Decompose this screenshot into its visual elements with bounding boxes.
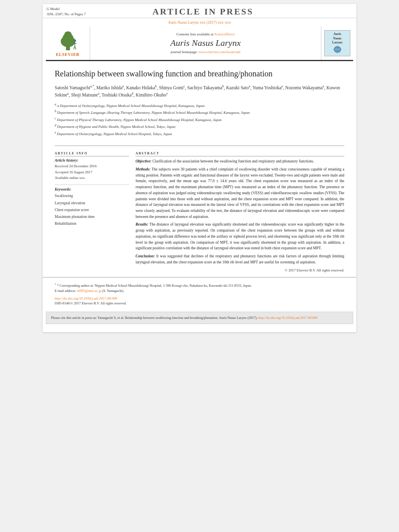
- top-bar: G ModelANL-2347; No. of Pages 7 ARTICLE …: [43, 4, 356, 18]
- abstract-methods: Methods: The subjects were 30 patients w…: [136, 166, 344, 220]
- homepage-text: journal homepage: www.elsevier.com/locat…: [171, 50, 240, 54]
- keywords-block: Keywords: Swallowing Laryngeal elevation…: [55, 187, 129, 227]
- article-info-heading: ARTICLE INFO: [55, 152, 129, 156]
- article-page: G ModelANL-2347; No. of Pages 7 ARTICLE …: [43, 4, 356, 332]
- doi-footer-link[interactable]: http://dx.doi.org/10.1016/j.anl.2017.08.…: [55, 296, 117, 300]
- citation-doi-link[interactable]: http://dx.doi.org/10.1016/j.anl.2017.08.…: [258, 316, 317, 320]
- abstract-conclusion: Conclusion: It was suggested that declin…: [136, 253, 344, 265]
- keyword-mpt: Maximum phonation time: [55, 214, 129, 220]
- journal-name: Auris Nasus Larynx: [171, 38, 241, 48]
- article-title-section: Relationship between swallowing function…: [43, 61, 356, 142]
- footer-section: * * Corresponding author at: Nippon Medi…: [43, 277, 356, 307]
- g-model-text: G ModelANL-2347; No. of Pages 7: [47, 6, 86, 16]
- journal-logo-box: Auris Nasus Larynx: [324, 30, 350, 56]
- article-in-press-label: ARTICLE IN PRESS: [86, 6, 320, 17]
- email-link[interactable]: s6095@nms.ac.jp: [77, 289, 101, 293]
- keyword-laryngeal: Laryngeal elevation: [55, 200, 129, 207]
- authors-list: Satoshi Yamaguchia,*, Mariko Ishidaa, Ka…: [55, 84, 344, 99]
- available-online: Available online xxx: [55, 175, 129, 181]
- sciencedirect-text: Contents lists available at ScienceDirec…: [177, 32, 235, 36]
- doi-footer: http://dx.doi.org/10.1016/j.anl.2017.08.…: [55, 296, 344, 300]
- elsevier-brand-label: ELSEVIER: [56, 52, 80, 57]
- svg-point-9: [334, 46, 341, 53]
- keywords-list: Swallowing Laryngeal elevation Chest exp…: [55, 193, 129, 227]
- elsevier-tree-icon: [54, 29, 82, 51]
- svg-point-4: [74, 39, 76, 42]
- svg-line-7: [74, 46, 75, 49]
- keyword-swallowing: Swallowing: [55, 193, 129, 199]
- citation-box: Please cite this article in press as: Ya…: [46, 312, 353, 324]
- journal-center: Contents lists available at ScienceDirec…: [90, 26, 321, 60]
- section-divider: [55, 146, 344, 146]
- received-date: Received 24 December 2016: [55, 163, 129, 169]
- journal-logo-right: Auris Nasus Larynx: [321, 26, 353, 60]
- abstract-objective: Objective: Clarification of the associat…: [136, 158, 344, 164]
- sciencedirect-link[interactable]: ScienceDirect: [214, 32, 234, 36]
- affiliation-b: b Department of Speech–Language–Hearing …: [55, 109, 344, 116]
- right-column: ABSTRACT Objective: Clarification of the…: [136, 152, 344, 273]
- article-title: Relationship between swallowing function…: [55, 68, 344, 79]
- two-column-section: ARTICLE INFO Article history: Received 2…: [43, 149, 356, 273]
- article-history-block: Article history: Received 24 December 20…: [55, 158, 129, 181]
- keywords-label: Keywords:: [55, 187, 129, 191]
- elsevier-logo-left: ELSEVIER: [46, 26, 90, 60]
- affiliation-e: e Department of Otolaryngology, Nippon M…: [55, 130, 344, 137]
- rights-text: 0385-8146/© 2017 Elsevier B.V. All right…: [55, 301, 344, 305]
- doi-top-link[interactable]: Auris Nasus Larynx xxx (2017) xxx–xxx: [43, 19, 356, 25]
- left-column: ARTICLE INFO Article history: Received 2…: [55, 152, 129, 273]
- svg-line-8: [75, 46, 76, 49]
- abstract-heading: ABSTRACT: [136, 152, 344, 156]
- affiliation-d: d Department of Hygiene and Public Healt…: [55, 123, 344, 130]
- affiliation-a: a a Department of Otolaryngology, Nippon…: [55, 102, 344, 109]
- homepage-url[interactable]: www.elsevier.com/locate/anl: [199, 50, 241, 54]
- affiliation-c: c Department of Physical Therapy Laborat…: [55, 116, 344, 123]
- journal-header: ELSEVIER Contents lists available at Sci…: [46, 26, 353, 61]
- accepted-date: Accepted 16 August 2017: [55, 169, 129, 175]
- affiliations-list: a a Department of Otolaryngology, Nippon…: [55, 102, 344, 137]
- keyword-chest: Chest expansion score: [55, 207, 129, 214]
- abstract-content: Objective: Clarification of the associat…: [136, 158, 344, 273]
- copyright-text: © 2017 Elsevier B.V. All rights reserved…: [136, 268, 344, 273]
- svg-point-3: [64, 31, 72, 37]
- corresponding-author: * * Corresponding author at: Nippon Medi…: [55, 282, 344, 294]
- abstract-results: Results: The distance of laryngeal eleva…: [136, 222, 344, 251]
- history-label: Article history:: [55, 158, 129, 162]
- keyword-rehab: Rehabilitation: [55, 220, 129, 227]
